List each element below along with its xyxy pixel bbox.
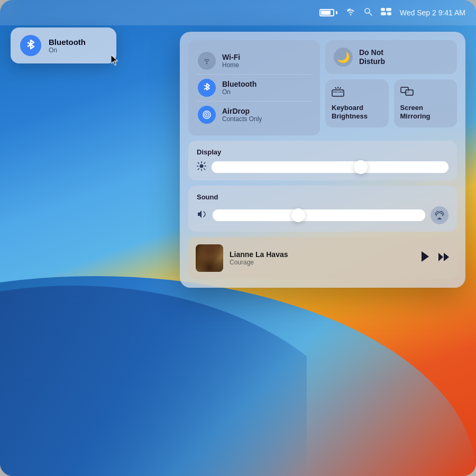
svg-line-28 xyxy=(204,162,205,163)
fast-forward-button[interactable] xyxy=(438,252,450,264)
bluetooth-network-item[interactable]: Bluetooth On xyxy=(196,75,313,102)
dnd-label: Do Not Disturb xyxy=(359,48,385,66)
play-button[interactable] xyxy=(420,251,431,266)
mac-frame: Wed Sep 2 9:41 AM Bluetooth On xyxy=(0,0,476,476)
svg-line-17 xyxy=(335,88,336,89)
display-slider-thumb[interactable] xyxy=(354,160,368,174)
svg-marker-31 xyxy=(438,253,443,261)
sound-slider[interactable] xyxy=(213,209,425,221)
svg-rect-20 xyxy=(406,90,413,95)
svg-rect-2 xyxy=(381,8,385,11)
svg-line-18 xyxy=(340,88,341,89)
bluetooth-tooltip[interactable]: Bluetooth On xyxy=(11,28,116,63)
do-not-disturb-tile[interactable]: 🌙 Do Not Disturb xyxy=(325,40,457,74)
bluetooth-tooltip-info: Bluetooth On xyxy=(49,38,86,54)
bluetooth-network-icon xyxy=(198,79,216,97)
now-playing-subtitle: Courage xyxy=(230,259,414,266)
svg-line-26 xyxy=(198,162,199,163)
airdrop-status: Contacts Only xyxy=(222,115,262,123)
airdrop-network-item[interactable]: AirDrop Contacts Only xyxy=(196,102,313,128)
svg-rect-4 xyxy=(381,12,386,15)
menubar-datetime: Wed Sep 2 9:41 AM xyxy=(400,8,465,17)
airdrop-network-icon xyxy=(198,106,216,124)
battery-icon xyxy=(319,9,337,16)
keyboard-brightness-tile[interactable]: Keyboard Brightness xyxy=(325,79,389,127)
keyboard-brightness-label: Keyboard Brightness xyxy=(332,104,382,120)
sound-slider-thumb[interactable] xyxy=(291,208,305,222)
svg-point-21 xyxy=(200,164,204,168)
airdrop-name: AirDrop xyxy=(222,107,262,115)
wifi-menubar-icon[interactable] xyxy=(346,8,355,17)
svg-line-1 xyxy=(369,13,372,15)
network-tile[interactable]: Wi-Fi Home Bluetooth On xyxy=(188,40,320,135)
now-playing-title: Lianne La Havas xyxy=(230,250,414,259)
screen-mirroring-label: Screen Mirroring xyxy=(400,104,451,120)
wifi-status: Home xyxy=(222,61,240,69)
album-art xyxy=(196,244,223,272)
display-section: Display xyxy=(188,141,457,180)
wifi-info: Wi-Fi Home xyxy=(222,53,240,69)
airplay-audio-button[interactable] xyxy=(431,206,448,224)
wifi-network-icon xyxy=(198,52,216,70)
bluetooth-name: Bluetooth xyxy=(222,80,257,88)
screen-mirroring-tile[interactable]: Screen Mirroring xyxy=(394,79,457,127)
svg-line-27 xyxy=(204,169,205,170)
mouse-cursor xyxy=(111,55,120,68)
svg-rect-5 xyxy=(387,12,391,15)
svg-marker-30 xyxy=(422,251,429,262)
now-playing-controls xyxy=(420,251,450,266)
svg-line-29 xyxy=(198,169,199,170)
menubar: Wed Sep 2 9:41 AM xyxy=(0,0,476,25)
svg-rect-3 xyxy=(386,8,391,11)
display-slider[interactable] xyxy=(212,161,448,173)
control-center-menubar-icon[interactable] xyxy=(381,8,391,17)
sound-section: Sound xyxy=(188,186,457,232)
bluetooth-tooltip-icon xyxy=(20,35,41,56)
bluetooth-info: Bluetooth On xyxy=(222,80,257,96)
screen-mirroring-icon xyxy=(400,87,414,100)
svg-marker-32 xyxy=(444,253,449,261)
search-menubar-icon[interactable] xyxy=(364,7,372,18)
now-playing-info: Lianne La Havas Courage xyxy=(230,250,414,266)
wifi-name: Wi-Fi xyxy=(222,53,240,61)
airdrop-info: AirDrop Contacts Only xyxy=(222,107,262,123)
now-playing-section: Lianne La Havas Courage xyxy=(188,237,457,279)
brightness-icon xyxy=(197,161,206,173)
wifi-network-item[interactable]: Wi-Fi Home xyxy=(196,48,313,75)
bluetooth-tooltip-title: Bluetooth xyxy=(49,38,86,47)
volume-icon xyxy=(197,210,207,221)
bluetooth-tooltip-status: On xyxy=(49,47,86,54)
svg-rect-9 xyxy=(332,90,344,96)
dnd-icon: 🌙 xyxy=(334,48,353,67)
svg-point-8 xyxy=(206,114,208,116)
sound-section-label: Sound xyxy=(197,193,448,201)
control-center-panel: Wi-Fi Home Bluetooth On xyxy=(180,32,465,288)
bluetooth-status: On xyxy=(222,88,257,96)
keyboard-brightness-icon xyxy=(332,87,344,100)
display-section-label: Display xyxy=(197,148,448,156)
